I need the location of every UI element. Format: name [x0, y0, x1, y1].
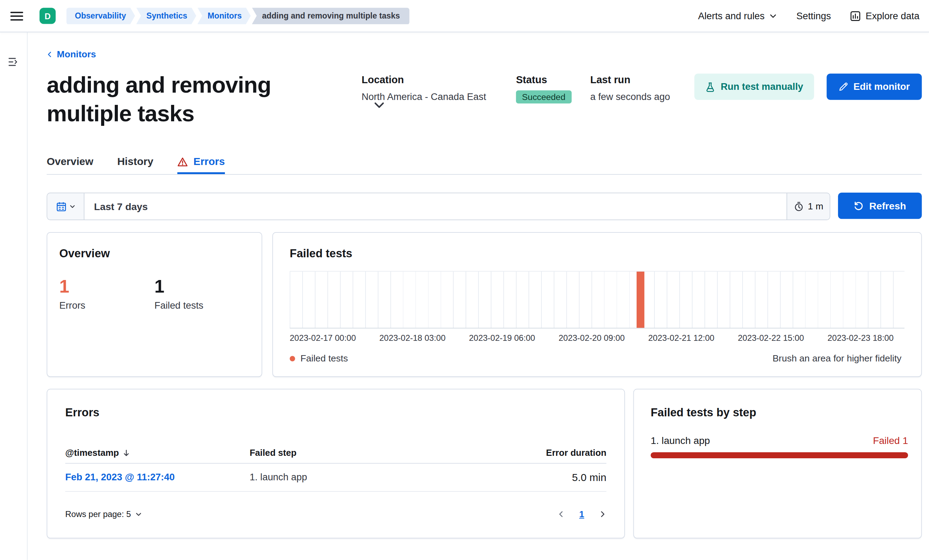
main-content: Monitors adding and removing multiple ta… — [46, 32, 922, 560]
expand-sidebar-button[interactable] — [7, 55, 19, 67]
column-failed-step: Failed step — [250, 447, 487, 457]
legend-label: Failed tests — [300, 353, 348, 364]
rows-per-page-button[interactable]: Rows per page: 5 — [65, 509, 142, 519]
collapsed-sidebar — [0, 32, 28, 560]
tab-overview-label: Overview — [46, 156, 93, 168]
sort-descending-icon — [122, 448, 130, 457]
overview-card: Overview 1 Errors 1 Failed tests — [46, 232, 262, 377]
x-tick: 2023-02-17 00:00 — [290, 333, 356, 343]
top-bar: D Observability Synthetics Monitors addi… — [0, 0, 929, 32]
quick-select-button[interactable] — [47, 193, 84, 220]
next-page-button[interactable] — [598, 510, 606, 518]
x-tick: 2023-02-21 12:00 — [648, 333, 714, 343]
refresh-interval-value: 1 m — [808, 201, 823, 212]
errors-stat: 1 Errors — [59, 277, 154, 311]
brush-hint: Brush an area for higher fidelity — [773, 353, 902, 364]
hamburger-icon — [10, 9, 23, 23]
step-row: 1. launch app Failed 1 — [651, 435, 908, 447]
settings-link[interactable]: Settings — [796, 11, 831, 21]
step-progress-bar — [651, 452, 908, 458]
failed-tests-card: Failed tests 2023-02-17 00:00 2023-02-18… — [273, 232, 922, 377]
time-filter-bar: Last 7 days 1 m Refresh — [46, 193, 922, 220]
refresh-label: Refresh — [869, 200, 906, 211]
alerts-and-rules-label: Alerts and rules — [698, 11, 765, 21]
status-badge: Succeeded — [516, 90, 571, 104]
last-run-label: Last run — [590, 74, 670, 86]
space-avatar[interactable]: D — [40, 8, 56, 24]
back-to-monitors-link[interactable]: Monitors — [46, 49, 96, 60]
caret-down-icon — [69, 203, 75, 210]
legend-item-failed-tests[interactable]: Failed tests — [290, 353, 348, 364]
errors-table-footer: Rows per page: 5 1 — [65, 500, 607, 527]
failed-tests-bar — [637, 272, 645, 328]
run-test-label: Run test manually — [721, 81, 803, 92]
breadcrumb: Observability Synthetics Monitors adding… — [66, 7, 409, 24]
settings-label: Settings — [796, 11, 831, 21]
x-tick: 2023-02-18 03:00 — [380, 333, 446, 343]
chevron-left-icon — [46, 50, 52, 59]
last-run-meta: Last run a few seconds ago — [590, 74, 670, 102]
errors-table-card: Errors @timestamp Failed step Error dura… — [46, 389, 625, 538]
breadcrumb-monitors[interactable]: Monitors — [197, 7, 250, 24]
menu-button[interactable] — [0, 0, 34, 32]
last-run-value: a few seconds ago — [590, 92, 670, 103]
location-value: North America - Canada East — [362, 92, 486, 103]
location-meta: Location North America - Canada East — [362, 74, 486, 102]
edit-monitor-label: Edit monitor — [854, 81, 910, 92]
monitor-tabs: Overview History Errors — [46, 150, 922, 175]
x-tick: 2023-02-19 06:00 — [469, 333, 535, 343]
failed-tests-by-step-card: Failed tests by step 1. launch app Faile… — [633, 389, 922, 538]
failed-tests-chart[interactable] — [290, 271, 904, 328]
rows-per-page-label: Rows per page: 5 — [65, 509, 131, 519]
errors-count: 1 — [59, 277, 154, 296]
tab-errors-label: Errors — [193, 156, 225, 168]
timestamp-header-label: @timestamp — [65, 447, 119, 457]
back-link-label: Monitors — [57, 49, 96, 60]
chart-footer: Failed tests Brush an area for higher fi… — [290, 353, 901, 364]
step-failed-count: Failed 1 — [873, 435, 908, 447]
overview-stats: 1 Errors 1 Failed tests — [59, 277, 249, 311]
failed-tests-card-title: Failed tests — [290, 247, 904, 260]
page-number-1[interactable]: 1 — [579, 509, 584, 519]
refresh-interval-button[interactable]: 1 m — [786, 193, 830, 220]
edit-monitor-button[interactable]: Edit monitor — [826, 73, 922, 99]
breadcrumb-synthetics[interactable]: Synthetics — [136, 7, 196, 24]
date-range-picker: Last 7 days 1 m — [46, 193, 830, 220]
failed-tests-stat: 1 Failed tests — [155, 277, 250, 311]
refresh-button[interactable]: Refresh — [838, 193, 922, 219]
error-duration-cell: 5.0 min — [486, 471, 606, 484]
chevron-down-icon — [135, 511, 142, 517]
chart-x-axis: 2023-02-17 00:00 2023-02-18 03:00 2023-0… — [290, 333, 894, 343]
errors-card-title: Errors — [65, 406, 100, 419]
failed-by-step-title: Failed tests by step — [651, 406, 908, 419]
failed-step-cell: 1. launch app — [250, 472, 487, 483]
failed-tests-count: 1 — [155, 277, 250, 296]
error-timestamp-link[interactable]: Feb 21, 2023 @ 11:27:40 — [65, 472, 175, 483]
column-error-duration: Error duration — [486, 447, 606, 457]
warning-triangle-icon — [177, 157, 188, 167]
pencil-icon — [839, 82, 848, 91]
run-test-manually-button[interactable]: Run test manually — [694, 73, 814, 99]
legend-dot-icon — [290, 355, 295, 361]
location-label: Location — [362, 74, 486, 86]
step-label: 1. launch app — [651, 435, 710, 447]
explore-data-label: Explore data — [866, 11, 920, 21]
tab-history[interactable]: History — [117, 150, 153, 174]
pagination: 1 — [557, 509, 607, 519]
explore-data-link[interactable]: Explore data — [850, 11, 919, 21]
failed-tests-count-label: Failed tests — [155, 300, 250, 311]
time-range-value[interactable]: Last 7 days — [84, 193, 786, 220]
app-root: D Observability Synthetics Monitors addi… — [0, 0, 929, 560]
tab-errors[interactable]: Errors — [177, 150, 225, 174]
breadcrumb-observability[interactable]: Observability — [66, 7, 135, 24]
alerts-and-rules-menu[interactable]: Alerts and rules — [698, 11, 777, 21]
previous-page-button[interactable] — [557, 510, 565, 518]
beaker-icon — [705, 82, 715, 92]
x-tick: 2023-02-22 15:00 — [738, 333, 804, 343]
column-timestamp[interactable]: @timestamp — [65, 447, 250, 457]
page-title: adding and removing multiple tasks — [46, 70, 346, 128]
x-tick: 2023-02-20 09:00 — [559, 333, 625, 343]
tab-overview[interactable]: Overview — [46, 150, 93, 174]
table-row: Feb 21, 2023 @ 11:27:40 1. launch app 5.… — [65, 464, 607, 491]
errors-table-header: @timestamp Failed step Error duration — [65, 442, 607, 464]
